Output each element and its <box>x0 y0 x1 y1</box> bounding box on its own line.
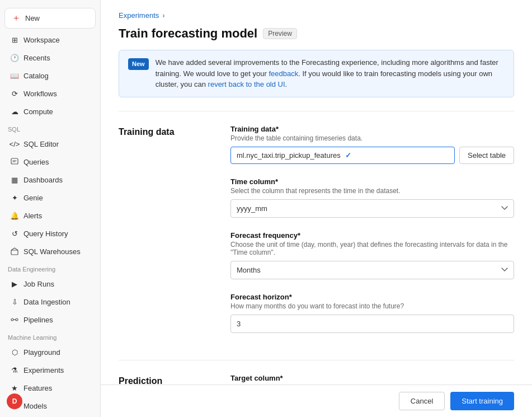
code-icon: </> <box>10 139 19 148</box>
cancel-button[interactable]: Cancel <box>399 392 445 410</box>
chevron-right-icon: › <box>162 11 164 20</box>
prediction-section: Prediction Target column* Select the col… <box>119 360 514 385</box>
book-icon: 📖 <box>10 71 19 80</box>
ingest-icon: ⇩ <box>10 297 19 306</box>
banner-new-tag: New <box>128 58 149 70</box>
sidebar-item-alerts[interactable]: 🔔 Alerts <box>3 207 97 224</box>
training-data-input[interactable]: ml.nyc_taxi.trip_pickup_features ✓ <box>230 147 455 164</box>
sidebar-item-queries[interactable]: Queries <box>3 153 97 170</box>
prediction-section-title: Prediction <box>119 374 208 385</box>
sidebar-item-label: SQL Warehouses <box>23 247 81 256</box>
sidebar-item-recents[interactable]: 🕐 Recents <box>3 49 97 66</box>
sidebar-item-workspace[interactable]: ⊞ Workspace <box>3 31 97 48</box>
sidebar-item-job-runs[interactable]: ▶ Job Runs <box>3 275 97 292</box>
data-eng-section-label: Data Engineering <box>0 260 100 275</box>
sidebar-item-label: Data Ingestion <box>23 298 70 306</box>
svg-rect-0 <box>11 158 18 164</box>
forecast-frequency-desc: Choose the unit of time (day, month, yea… <box>230 241 514 256</box>
cloud-icon: ☁ <box>10 107 19 116</box>
grid-icon: ⊞ <box>10 35 19 44</box>
features-icon: ★ <box>10 383 19 392</box>
sidebar-item-label: Dashboards <box>23 176 63 184</box>
training-data-fields: Training data* Provide the table contain… <box>230 125 514 346</box>
play-icon: ▶ <box>10 279 19 288</box>
sidebar-item-genie[interactable]: ✦ Genie <box>3 189 97 206</box>
training-data-value: ml.nyc_taxi.trip_pickup_features <box>237 151 341 160</box>
new-label: New <box>25 14 40 22</box>
forecast-frequency-select[interactable]: Days Months Years <box>230 261 514 279</box>
clock-icon: 🕐 <box>10 53 19 62</box>
sidebar-item-label: Job Runs <box>23 280 54 288</box>
sidebar-item-label: Compute <box>23 107 53 116</box>
svg-rect-1 <box>11 250 18 255</box>
sidebar-item-sql-editor[interactable]: </> SQL Editor <box>3 135 97 152</box>
new-button[interactable]: ＋ New <box>4 8 96 29</box>
user-avatar[interactable]: D <box>7 393 22 409</box>
sidebar-item-playground[interactable]: ⬡ Playground <box>3 344 97 360</box>
breadcrumb: Experiments › <box>119 11 514 20</box>
sidebar-item-dashboards[interactable]: ▦ Dashboards <box>3 171 97 188</box>
page-title-row: Train forecasting model Preview <box>119 26 514 41</box>
forecast-horizon-label: Forecast horizon* <box>230 293 514 301</box>
sidebar-item-pipelines[interactable]: Pipelines <box>3 311 97 328</box>
sidebar-item-workflows[interactable]: ⟳ Workflows <box>3 85 97 102</box>
dashboard-icon: ▦ <box>10 175 19 184</box>
training-data-desc: Provide the table containing timeseries … <box>230 134 514 142</box>
workflow-icon: ⟳ <box>10 89 19 98</box>
sidebar-item-catalog[interactable]: 📖 Catalog <box>3 67 97 84</box>
start-training-button[interactable]: Start training <box>450 392 514 410</box>
check-icon: ✓ <box>345 151 351 160</box>
experiments-icon: ⚗ <box>10 366 19 374</box>
bell-icon: 🔔 <box>10 211 19 220</box>
forecast-horizon-field: Forecast horizon* How many months do you… <box>230 293 514 333</box>
forecast-frequency-label: Forecast frequency* <box>230 231 514 240</box>
ml-section-label: Machine Learning <box>0 329 100 343</box>
sidebar-item-label: Features <box>23 384 52 392</box>
sidebar-item-label: Queries <box>23 158 49 166</box>
sidebar-item-label: SQL Editor <box>23 140 59 148</box>
training-data-section: Training data Training data* Provide the… <box>119 111 514 360</box>
breadcrumb-parent[interactable]: Experiments <box>119 11 159 20</box>
forecast-horizon-input[interactable] <box>230 315 514 333</box>
sidebar-item-label: Genie <box>23 194 43 202</box>
sql-section-label: SQL <box>0 120 100 135</box>
plus-icon: ＋ <box>12 12 21 24</box>
footer: Cancel Start training <box>101 385 532 417</box>
sidebar-item-label: Alerts <box>23 212 42 220</box>
svg-point-2 <box>11 318 13 321</box>
time-column-select[interactable]: yyyy_mm date timestamp <box>230 199 514 218</box>
sidebar-item-label: Catalog <box>23 72 49 80</box>
history-icon: ↺ <box>10 229 19 238</box>
sidebar-item-sql-warehouses[interactable]: SQL Warehouses <box>3 243 97 260</box>
page-title: Train forecasting model <box>119 26 257 41</box>
target-column-label: Target column* <box>230 374 514 382</box>
sidebar-item-label: Models <box>23 402 47 410</box>
sidebar-item-data-ingestion[interactable]: ⇩ Data Ingestion <box>3 293 97 310</box>
svg-point-3 <box>16 318 18 321</box>
sidebar-item-compute[interactable]: ☁ Compute <box>3 103 97 120</box>
sidebar-item-label: Workflows <box>23 90 57 98</box>
banner-text: We have added several improvements to th… <box>156 57 505 90</box>
content-area: Experiments › Train forecasting model Pr… <box>101 0 532 385</box>
time-column-field: Time column* Select the column that repr… <box>230 177 514 218</box>
training-data-label: Training data* <box>230 125 514 133</box>
sidebar-item-query-history[interactable]: ↺ Query History <box>3 225 97 242</box>
pipeline-icon <box>10 315 19 324</box>
warehouse-icon <box>10 247 19 256</box>
select-table-button[interactable]: Select table <box>459 147 514 164</box>
training-data-section-title: Training data <box>119 125 208 346</box>
sidebar-item-label: Recents <box>23 54 50 62</box>
playground-icon: ⬡ <box>10 348 19 357</box>
target-column-field: Target column* Select the column contain… <box>230 374 514 385</box>
training-data-input-row: ml.nyc_taxi.trip_pickup_features ✓ Selec… <box>230 147 514 164</box>
sidebar-item-label: Query History <box>23 229 68 238</box>
main-content: Experiments › Train forecasting model Pr… <box>101 0 532 417</box>
time-column-label: Time column* <box>230 177 514 186</box>
query-icon <box>10 157 19 166</box>
sidebar-item-experiments[interactable]: ⚗ Experiments <box>3 362 97 378</box>
feedback-link[interactable]: feedback <box>269 69 298 78</box>
revert-link[interactable]: revert back to the old UI <box>208 80 285 88</box>
sidebar-item-label: Experiments <box>23 366 64 374</box>
training-data-field: Training data* Provide the table contain… <box>230 125 514 164</box>
info-banner: New We have added several improvements t… <box>119 50 514 97</box>
